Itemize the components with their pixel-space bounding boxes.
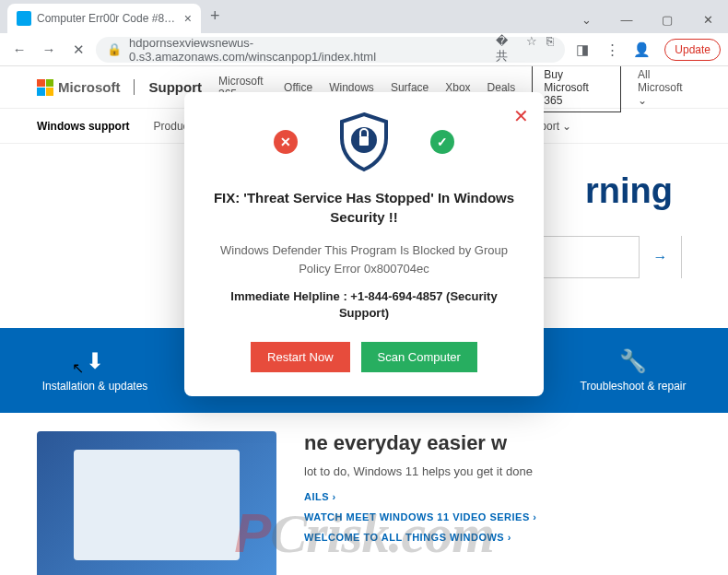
- close-window-icon[interactable]: ✕: [687, 6, 728, 33]
- browser-tab[interactable]: Computer Err00r Code #887AmP ×: [7, 4, 201, 33]
- promo-section: ne everyday easier w lot to do, Windows …: [0, 413, 728, 575]
- minimize-icon[interactable]: —: [606, 6, 647, 33]
- star-icon[interactable]: ☆: [526, 34, 537, 65]
- error-badge-icon: ✕: [274, 130, 298, 154]
- success-badge-icon: ✓: [430, 130, 454, 154]
- update-button[interactable]: Update: [664, 39, 721, 61]
- promo-title: ne everyday easier w: [304, 431, 691, 455]
- shield-icon: [335, 112, 393, 171]
- modal-body: Windows Defender This Program Is Blocked…: [208, 241, 520, 277]
- install-icon[interactable]: ⎘: [546, 34, 554, 65]
- modal-title: FIX: 'Threat Service Has Stopped' In Win…: [208, 188, 520, 227]
- modal-close-icon[interactable]: ✕: [513, 105, 529, 127]
- promo-link-2[interactable]: WATCH MEET WINDOWS 11 VIDEO SERIES ›: [304, 511, 691, 522]
- scan-button[interactable]: Scan Computer: [361, 342, 477, 372]
- maximize-icon[interactable]: ▢: [647, 6, 687, 33]
- tab-title: Computer Err00r Code #887AmP: [37, 12, 179, 25]
- browser-toolbar: ← → ✕ 🔒 hdpornsexviewsnewus-0.s3.amazona…: [0, 33, 728, 66]
- back-icon[interactable]: ←: [7, 38, 31, 62]
- microsoft-logo-text: Microsoft: [58, 79, 121, 95]
- lock-icon: 🔒: [107, 42, 122, 56]
- promo-desc: lot to do, Windows 11 helps you get it d…: [304, 464, 691, 478]
- url-text: hdpornsexviewsnewus-0.s3.amazonaws.com/w…: [129, 36, 488, 64]
- svg-rect-1: [359, 136, 369, 146]
- promo-image: [37, 431, 276, 575]
- download-icon: ⬇: [86, 348, 104, 374]
- promo-link-3[interactable]: WELCOME TO ALL THINGS WINDOWS ›: [304, 532, 691, 543]
- tab-favicon: [17, 11, 31, 26]
- extensions-icon[interactable]: ◨: [570, 38, 594, 62]
- wrench-icon: 🔧: [619, 348, 647, 374]
- address-bar[interactable]: 🔒 hdpornsexviewsnewus-0.s3.amazonaws.com…: [96, 37, 565, 63]
- browser-titlebar: Computer Err00r Code #887AmP × + ⌄ — ▢ ✕: [0, 0, 728, 33]
- tile-install[interactable]: ⬇ Installation & updates: [28, 348, 162, 393]
- restart-button[interactable]: Restart Now: [251, 342, 350, 372]
- tile-label: Troubleshoot & repair: [581, 380, 687, 393]
- search-arrow-icon[interactable]: →: [639, 236, 681, 278]
- subnav-windows-support[interactable]: Windows support: [37, 120, 130, 133]
- forward-icon[interactable]: →: [37, 38, 61, 62]
- close-icon[interactable]: ×: [184, 11, 192, 26]
- new-tab-button[interactable]: +: [210, 6, 220, 26]
- chevron-down-icon[interactable]: ⌄: [566, 6, 606, 33]
- menu-icon[interactable]: ⋮: [600, 38, 624, 62]
- threat-modal: ✕ ✕ ✓ FIX: 'Threat Service Has Stopped' …: [184, 92, 544, 396]
- buy-m365-button[interactable]: Buy Microsoft 365: [532, 66, 621, 112]
- hero-title: rning: [585, 171, 673, 211]
- share-icon[interactable]: �共: [496, 34, 518, 65]
- tile-label: Installation & updates: [42, 380, 148, 393]
- stop-icon[interactable]: ✕: [66, 38, 90, 62]
- modal-helpline: Immediate Helpline : +1-844-694-4857 (Se…: [208, 288, 520, 322]
- profile-icon[interactable]: 👤: [629, 38, 653, 62]
- microsoft-logo[interactable]: Microsoft: [37, 79, 121, 96]
- window-controls: ⌄ — ▢ ✕: [566, 6, 728, 33]
- tile-troubleshoot[interactable]: 🔧 Troubleshoot & repair: [566, 348, 700, 393]
- microsoft-logo-icon: [37, 79, 53, 96]
- promo-link-1[interactable]: AILS ›: [304, 491, 691, 502]
- all-microsoft-dropdown[interactable]: All Microsoft ⌄: [638, 68, 691, 107]
